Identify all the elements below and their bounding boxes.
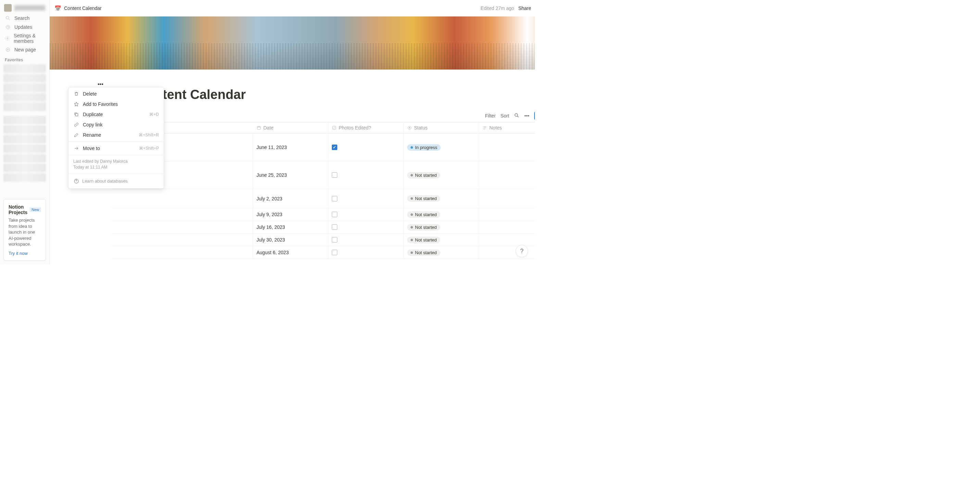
cell-notes[interactable] [479,161,535,189]
table-row[interactable]: July 16, 2023Not started [112,221,535,234]
sidebar-item[interactable] [3,103,46,111]
cell-status[interactable]: Not started [404,246,479,259]
sidebar-item[interactable] [3,135,46,143]
more-icon[interactable]: ••• [524,113,530,118]
cell-status[interactable]: Not started [404,221,479,233]
cell-date[interactable]: June 25, 2023 [253,161,328,189]
status-badge: Not started [407,237,440,243]
workspace-switcher[interactable] [0,0,49,14]
status-badge: Not started [407,195,440,202]
table-row[interactable]: July 9, 2023Not started [112,208,535,221]
status-badge: Not started [407,224,440,231]
cell-status[interactable]: Not started [404,234,479,246]
search-nav[interactable]: Search [0,14,49,22]
cell-photos-edited[interactable] [328,134,404,161]
cell-date[interactable]: July 9, 2023 [253,208,328,221]
duplicate-item[interactable]: Duplicate ⌘+D [68,109,164,120]
cell-date[interactable]: July 2, 2023 [253,189,328,208]
duplicate-icon [73,111,80,118]
breadcrumb[interactable]: 📅 Content Calendar [54,5,102,12]
sidebar-item[interactable] [3,64,46,73]
cell-status[interactable]: In progress [404,134,479,161]
sidebar-item[interactable] [3,74,46,82]
sidebar-item[interactable] [3,145,46,153]
help-button[interactable]: ? [516,245,528,257]
cell-name[interactable] [112,221,253,233]
search-label: Search [14,15,29,21]
cell-name[interactable] [112,208,253,221]
cell-notes[interactable] [479,221,535,233]
checkbox[interactable] [332,196,337,201]
cell-status[interactable]: Not started [404,161,479,189]
cell-date[interactable]: July 30, 2023 [253,234,328,246]
sidebar-item[interactable] [3,173,46,182]
cell-status[interactable]: Not started [404,208,479,221]
cell-photos-edited[interactable] [328,208,404,221]
cell-date[interactable]: August 6, 2023 [253,246,328,259]
settings-nav[interactable]: Settings & members [0,32,49,45]
separator [68,174,164,174]
cell-photos-edited[interactable] [328,221,404,233]
status-icon [407,125,412,130]
filter-button[interactable]: Filter [485,113,495,118]
cell-name[interactable] [112,246,253,259]
move-to-item[interactable]: Move to ⌘+Shift+P [68,143,164,153]
table-row[interactable]: June 11, 2023In progress [112,134,535,161]
checkbox[interactable] [332,237,337,242]
cell-name[interactable] [112,189,253,208]
last-edited-info: Last edited by Danny Maiorca Today at 11… [68,156,164,172]
sidebar-item[interactable] [3,125,46,134]
cell-photos-edited[interactable] [328,189,404,208]
sidebar-item[interactable] [3,154,46,163]
cell-notes[interactable] [479,208,535,221]
column-header-photos[interactable]: Photos Edited? [328,122,404,133]
cell-date[interactable]: June 11, 2023 [253,134,328,161]
table-row[interactable]: July 2, 2023Not started [112,189,535,208]
new-button[interactable]: New ▾ [534,112,535,120]
rename-item[interactable]: Rename ⌘+Shift+R [68,130,164,140]
cell-status[interactable]: Not started [404,189,479,208]
workspace-icon [4,4,12,12]
share-button[interactable]: Share [519,5,531,11]
new-page-nav[interactable]: New page [0,45,49,54]
checkbox[interactable] [332,225,337,230]
cover-image[interactable] [50,16,535,70]
table-row[interactable]: June 25, 2023Not started [112,161,535,189]
view-options-icon[interactable]: ••• [98,81,103,87]
add-favorites-item[interactable]: Add to Favorites [68,99,164,109]
table-row[interactable]: August 6, 2023Not started [112,246,535,259]
svg-rect-15 [75,113,78,116]
delete-item[interactable]: Delete [68,89,164,99]
sort-button[interactable]: Sort [501,113,509,118]
checkbox[interactable] [332,172,337,178]
sidebar-item[interactable] [3,84,46,92]
status-badge: In progress [407,144,441,151]
column-header-status[interactable]: Status [404,122,479,133]
cell-photos-edited[interactable] [328,234,404,246]
cell-notes[interactable] [479,134,535,161]
sidebar-item[interactable] [3,164,46,172]
column-header-notes[interactable]: Notes [479,122,535,133]
cell-photos-edited[interactable] [328,246,404,259]
cell-notes[interactable] [479,189,535,208]
page-title[interactable]: tent Calendar [163,88,535,102]
table-row[interactable]: July 30, 2023Not started [112,234,535,246]
svg-line-10 [517,116,519,117]
cell-notes[interactable] [479,234,535,246]
sidebar-item[interactable] [3,93,46,101]
cell-date[interactable]: July 16, 2023 [253,221,328,233]
learn-databases-item[interactable]: Learn about databases [68,175,164,187]
notes-icon [482,125,487,130]
cell-photos-edited[interactable] [328,161,404,189]
checkbox[interactable] [332,145,337,150]
checkbox[interactable] [332,250,337,255]
sidebar-item[interactable] [3,116,46,124]
copy-link-item[interactable]: Copy link [68,120,164,130]
workspace-name [14,5,45,11]
search-icon[interactable] [514,113,519,119]
updates-nav[interactable]: Updates [0,22,49,32]
checkbox[interactable] [332,212,337,217]
cell-name[interactable] [112,234,253,246]
promo-cta[interactable]: Try it now [9,251,28,256]
column-header-date[interactable]: Date [253,122,328,133]
